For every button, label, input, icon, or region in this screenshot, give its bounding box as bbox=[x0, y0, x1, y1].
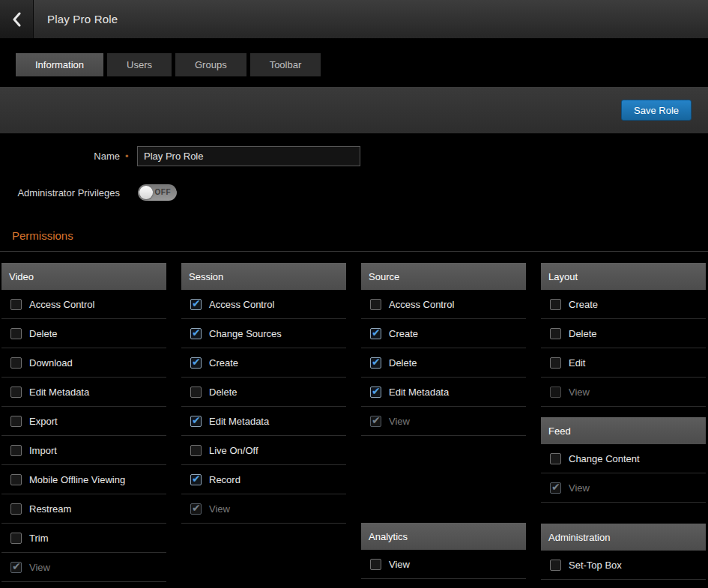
permission-label: Import bbox=[29, 445, 57, 456]
permissions-column-2: Session Access Control Change Sources Cr… bbox=[181, 263, 346, 582]
checkbox[interactable] bbox=[550, 482, 561, 494]
checkbox[interactable] bbox=[10, 357, 22, 369]
checkbox[interactable] bbox=[370, 387, 381, 398]
permission-row[interactable]: Edit Metadata bbox=[1, 378, 166, 407]
divider bbox=[0, 251, 708, 252]
permission-label: Change Content bbox=[569, 453, 640, 464]
permission-label: Download bbox=[29, 357, 73, 369]
checkbox[interactable] bbox=[370, 559, 381, 570]
group-header-layout: Layout bbox=[541, 263, 706, 290]
permission-row[interactable]: View bbox=[361, 407, 526, 436]
name-field-row: Name • bbox=[0, 146, 708, 166]
admin-privileges-toggle[interactable]: OFF bbox=[138, 184, 177, 201]
checkbox[interactable] bbox=[370, 416, 381, 427]
name-input[interactable] bbox=[137, 146, 360, 166]
checkbox[interactable] bbox=[10, 474, 22, 485]
permission-row[interactable]: Trim bbox=[1, 524, 166, 553]
checkbox[interactable] bbox=[10, 299, 22, 310]
save-role-button[interactable]: Save Role bbox=[621, 100, 692, 121]
permission-label: View bbox=[29, 562, 50, 573]
permission-row[interactable]: Delete bbox=[541, 319, 706, 348]
permission-label: Delete bbox=[389, 357, 417, 369]
permission-label: Create bbox=[569, 299, 598, 310]
permission-row[interactable]: View bbox=[1, 553, 166, 582]
permission-label: View bbox=[389, 416, 410, 427]
permission-row[interactable]: Record bbox=[181, 465, 346, 494]
checkbox[interactable] bbox=[190, 328, 202, 339]
checkbox[interactable] bbox=[370, 328, 381, 339]
permission-label: View bbox=[209, 503, 230, 515]
checkbox[interactable] bbox=[190, 299, 202, 310]
permission-row[interactable]: Import bbox=[1, 436, 166, 465]
permission-row[interactable]: Download bbox=[1, 348, 166, 378]
permission-row[interactable]: View bbox=[541, 473, 706, 503]
permission-row[interactable]: Mobile Offline Viewing bbox=[1, 465, 166, 494]
group-session: Session Access Control Change Sources Cr… bbox=[181, 263, 346, 524]
checkbox[interactable] bbox=[370, 357, 381, 369]
checkbox[interactable] bbox=[10, 445, 22, 456]
checkbox[interactable] bbox=[190, 503, 202, 515]
group-administration: Administration Set-Top Box bbox=[541, 524, 706, 580]
tab-users[interactable]: Users bbox=[107, 53, 172, 76]
checkbox[interactable] bbox=[190, 387, 202, 398]
permission-label: Access Control bbox=[389, 299, 454, 310]
permission-label: Delete bbox=[569, 328, 597, 339]
group-header-analytics: Analytics bbox=[361, 523, 526, 550]
permission-row[interactable]: Access Control bbox=[181, 290, 346, 319]
permission-row[interactable]: Change Sources bbox=[181, 319, 346, 348]
group-layout: Layout Create Delete Edit View bbox=[541, 263, 706, 407]
group-header-video: Video bbox=[1, 263, 166, 290]
group-header-source: Source bbox=[361, 263, 526, 290]
permission-row[interactable]: Delete bbox=[1, 319, 166, 348]
permission-label: Live On/Off bbox=[209, 445, 258, 456]
page-title: Play Pro Role bbox=[47, 13, 118, 25]
permission-row[interactable]: Create bbox=[181, 348, 346, 378]
checkbox[interactable] bbox=[190, 357, 202, 369]
permission-row[interactable]: Edit Metadata bbox=[181, 407, 346, 436]
checkbox[interactable] bbox=[550, 299, 561, 310]
permission-label: Record bbox=[209, 474, 240, 485]
permission-row[interactable]: View bbox=[361, 550, 526, 579]
checkbox[interactable] bbox=[550, 328, 561, 339]
permission-row[interactable]: Delete bbox=[361, 348, 526, 378]
permission-row[interactable]: View bbox=[541, 378, 706, 407]
permission-row[interactable]: Create bbox=[541, 290, 706, 319]
permission-row[interactable]: View bbox=[181, 494, 346, 524]
checkbox[interactable] bbox=[190, 445, 202, 456]
checkbox[interactable] bbox=[190, 416, 202, 427]
back-button[interactable] bbox=[0, 0, 34, 38]
permission-label: Trim bbox=[29, 533, 49, 544]
checkbox[interactable] bbox=[10, 416, 22, 427]
permission-row[interactable]: Delete bbox=[181, 378, 346, 407]
permission-row[interactable]: Set-Top Box bbox=[541, 551, 706, 580]
permission-row[interactable]: Access Control bbox=[361, 290, 526, 319]
checkbox[interactable] bbox=[550, 453, 561, 464]
checkbox[interactable] bbox=[10, 562, 22, 573]
permission-row[interactable]: Access Control bbox=[1, 290, 166, 319]
name-label: Name bbox=[0, 151, 120, 162]
permission-row[interactable]: Create bbox=[361, 319, 526, 348]
checkbox[interactable] bbox=[10, 387, 22, 398]
checkbox[interactable] bbox=[550, 357, 561, 369]
checkbox[interactable] bbox=[550, 387, 561, 398]
tab-information[interactable]: Information bbox=[16, 53, 103, 76]
permission-row[interactable]: Edit Metadata bbox=[361, 378, 526, 407]
checkbox[interactable] bbox=[370, 299, 381, 310]
checkbox[interactable] bbox=[10, 503, 22, 515]
tab-groups[interactable]: Groups bbox=[175, 53, 246, 76]
permission-row[interactable]: Export bbox=[1, 407, 166, 436]
checkbox[interactable] bbox=[10, 328, 22, 339]
permission-row[interactable]: Live On/Off bbox=[181, 436, 346, 465]
permission-label: Edit Metadata bbox=[209, 416, 269, 427]
permission-label: View bbox=[569, 387, 590, 398]
permission-row[interactable]: Restream bbox=[1, 494, 166, 524]
checkbox[interactable] bbox=[10, 533, 22, 544]
tab-toolbar[interactable]: Toolbar bbox=[250, 53, 321, 76]
action-bar: Save Role bbox=[0, 87, 708, 133]
permission-row[interactable]: Edit bbox=[541, 348, 706, 378]
group-video: Video Access Control Delete Download Edi… bbox=[1, 263, 166, 582]
checkbox[interactable] bbox=[190, 474, 202, 485]
permission-row[interactable]: Change Content bbox=[541, 444, 706, 473]
permissions-grid: Video Access Control Delete Download Edi… bbox=[0, 263, 708, 582]
checkbox[interactable] bbox=[550, 560, 561, 571]
